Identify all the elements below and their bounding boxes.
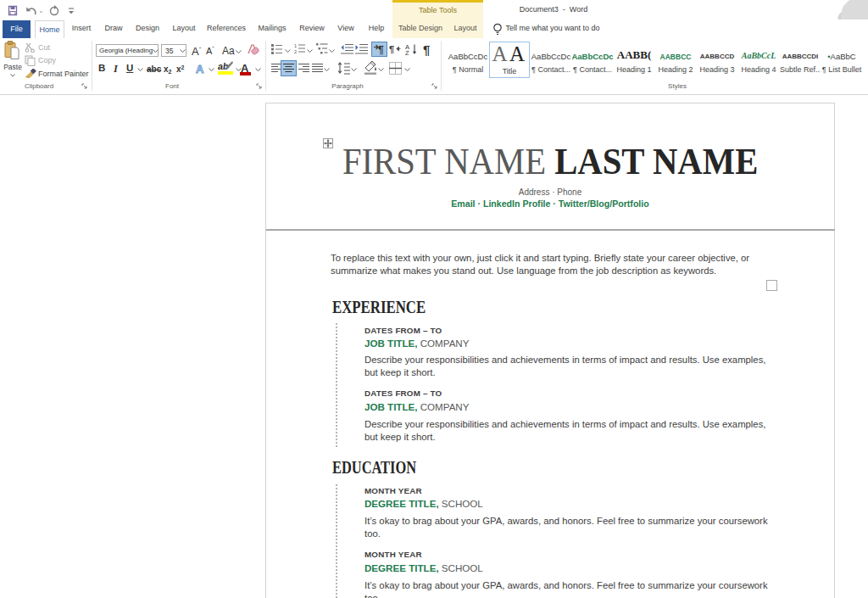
svg-text:1: 1 [294, 43, 297, 48]
svg-text:Z: Z [405, 49, 409, 55]
svg-text:¶: ¶ [389, 44, 394, 54]
svg-text:2: 2 [294, 49, 297, 54]
svg-text:¶: ¶ [378, 44, 384, 55]
